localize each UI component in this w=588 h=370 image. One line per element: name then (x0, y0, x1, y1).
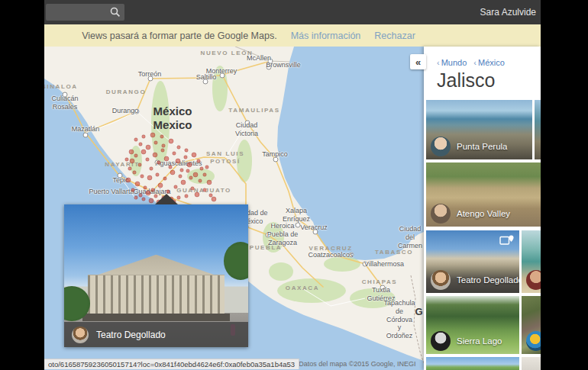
avatar[interactable] (72, 327, 89, 343)
photo-location-dot[interactable] (146, 191, 150, 195)
tile-caption: Teatro Degollado (426, 270, 519, 293)
views-app-window: Sara Azulvide Views pasará a formar part… (0, 0, 588, 370)
avatar[interactable] (431, 204, 451, 224)
photo-location-dot[interactable] (180, 169, 183, 172)
photo-location-dot[interactable] (181, 180, 186, 185)
search-icon[interactable] (109, 6, 121, 18)
photo-preview-card[interactable]: Teatro Degollado (64, 204, 248, 347)
photo-tile-atengo-valley[interactable]: Atengo Valley (426, 162, 541, 227)
photo-location-dot[interactable] (163, 177, 166, 180)
photo-location-dot[interactable] (164, 156, 169, 161)
photo-location-dot[interactable] (169, 166, 172, 169)
avatar[interactable] (526, 331, 541, 351)
photo-location-dot[interactable] (146, 158, 149, 161)
photo-location-dot[interactable] (134, 138, 137, 141)
photo-location-dot[interactable] (185, 195, 188, 198)
photo-tile-sierra-lago[interactable]: Sierra Lago (426, 296, 519, 354)
photo-location-dot[interactable] (203, 188, 206, 191)
photo-tile-teatro-degollado[interactable]: Teatro Degollado (426, 230, 519, 293)
photo-location-dot[interactable] (186, 169, 189, 172)
photo-location-dot[interactable] (191, 187, 194, 190)
photo-location-dot[interactable] (200, 167, 203, 170)
breadcrumb-item-mundo[interactable]: ‹Mundo (437, 58, 467, 67)
photo-location-dot[interactable] (150, 167, 153, 170)
photo-location-dot[interactable] (133, 171, 136, 174)
photo-location-dot[interactable] (147, 175, 152, 180)
photo-location-dot[interactable] (177, 146, 180, 149)
photo-location-dot[interactable] (209, 194, 212, 197)
photo-location-dot[interactable] (176, 159, 180, 163)
photo-location-dot[interactable] (169, 139, 173, 143)
status-url-text: oto/6165875923605015714?loc=0x841f40ebd4… (48, 360, 295, 368)
photo-tile[interactable] (426, 357, 519, 370)
photo-location-dot[interactable] (174, 185, 177, 188)
more-info-link[interactable]: Más información (291, 31, 361, 41)
search-input[interactable] (46, 8, 109, 17)
photo-tile[interactable] (522, 357, 541, 370)
photo-location-dot[interactable] (144, 186, 147, 189)
photo-location-dot[interactable] (157, 161, 160, 164)
photo-location-dot[interactable] (141, 150, 146, 154)
photo-location-dot[interactable] (134, 154, 137, 157)
photo-location-dot[interactable] (142, 135, 145, 138)
photo-location-dot[interactable] (128, 167, 131, 170)
tile-caption: Atengo Valley (426, 204, 541, 227)
photo-location-dot[interactable] (193, 172, 198, 177)
photo-location-dot[interactable] (138, 163, 141, 166)
photo-location-dot[interactable] (166, 190, 170, 193)
user-account-name[interactable]: Sara Azulvide (480, 7, 536, 18)
photo-location-dot[interactable] (212, 197, 216, 201)
photo-location-dot[interactable] (207, 180, 212, 185)
photo-location-dot[interactable] (170, 170, 175, 175)
avatar[interactable] (431, 270, 451, 290)
photo-location-dot[interactable] (139, 143, 142, 146)
photo-location-dot[interactable] (126, 178, 131, 182)
photo-location-dot[interactable] (139, 194, 142, 197)
photo-tile[interactable] (535, 100, 541, 159)
photo-location-dot[interactable] (189, 176, 192, 179)
photo-location-dot[interactable] (162, 144, 165, 147)
photo-location-dot[interactable] (185, 149, 188, 152)
photo-location-dot[interactable] (161, 149, 164, 152)
photo-location-dot[interactable] (153, 153, 157, 157)
theater-building (88, 256, 224, 317)
photo-location-dot[interactable] (146, 145, 150, 150)
photo-location-dot[interactable] (187, 162, 192, 167)
photo-location-dot[interactable] (158, 183, 163, 188)
photo-caption-bar: Teatro Degollado (64, 322, 248, 347)
photo-location-dot[interactable] (151, 188, 154, 191)
photo-location-dot[interactable] (131, 188, 134, 191)
photo-tile-punta-perula[interactable]: Punta Perula (426, 100, 532, 159)
photo-location-dot[interactable] (129, 150, 134, 154)
photo-location-dot[interactable] (195, 192, 199, 197)
sidebar-collapse-button[interactable]: « (410, 54, 426, 69)
avatar[interactable] (431, 331, 451, 351)
photo-location-dot[interactable] (160, 135, 163, 138)
photo-location-dot[interactable] (154, 141, 157, 144)
photo-location-dot[interactable] (173, 152, 176, 155)
photo-location-dot[interactable] (141, 175, 144, 178)
photo-tile[interactable] (522, 296, 541, 354)
photo-location-dot[interactable] (125, 158, 128, 161)
photo-location-dot[interactable] (150, 133, 155, 137)
avatar[interactable] (431, 137, 451, 156)
photo-location-dot[interactable] (205, 166, 208, 169)
photo-location-dot[interactable] (192, 153, 196, 157)
photo-location-dot[interactable] (130, 159, 134, 163)
photo-location-dot[interactable] (179, 175, 182, 178)
photo-location-dot[interactable] (184, 156, 187, 159)
photo-location-dot[interactable] (197, 159, 200, 162)
photo-location-dot[interactable] (134, 196, 137, 199)
photo-tile[interactable] (522, 230, 541, 293)
tile-caption: Punta Perula (426, 137, 532, 159)
photo-location-dot[interactable] (156, 173, 159, 176)
avatar[interactable] (526, 270, 541, 290)
search-box[interactable] (46, 4, 124, 21)
photo-location-dot[interactable] (149, 198, 153, 203)
breadcrumb-item-méxico[interactable]: ‹México (473, 58, 505, 67)
photo-location-dot[interactable] (142, 198, 145, 201)
photo-location-dot[interactable] (199, 179, 202, 182)
photo-location-dot[interactable] (135, 182, 140, 186)
dismiss-link[interactable]: Rechazar (374, 31, 415, 41)
photo-location-dot[interactable] (203, 173, 206, 176)
